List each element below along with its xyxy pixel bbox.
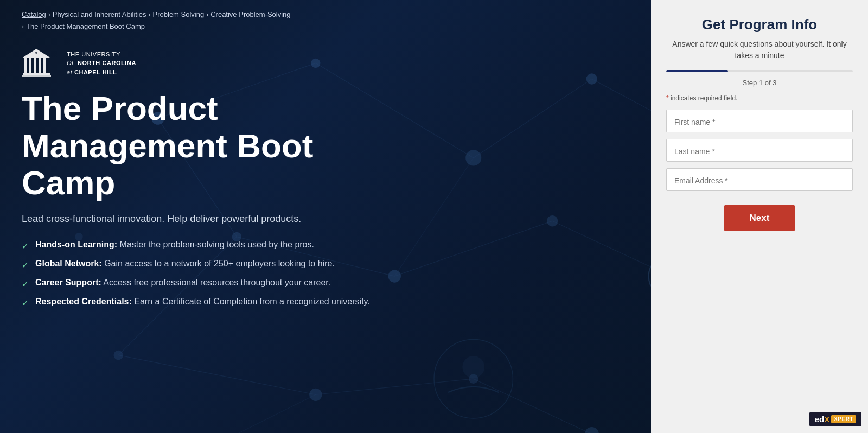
edx-badge: edX XPERT — [809, 412, 861, 426]
university-logo: THE UNIVERSITY of NORTH CAROLINA at CHAP… — [22, 47, 629, 79]
required-note-text: indicates required field. — [671, 94, 737, 102]
page-title: The Product Management Boot Camp — [22, 90, 391, 201]
feature-list: ✓ Hands-on Learning: Master the problem-… — [22, 240, 629, 308]
edx-x: X — [824, 415, 829, 424]
logo-divider — [59, 49, 59, 77]
svg-rect-47 — [34, 58, 36, 73]
step-label: Step 1 of 3 — [666, 79, 853, 87]
check-icon-1: ✓ — [22, 241, 29, 251]
sep-1: › — [48, 10, 50, 20]
svg-rect-48 — [39, 58, 41, 73]
feature-credentials: ✓ Respected Credentials: Earn a Certific… — [22, 297, 629, 308]
university-building-icon — [22, 47, 51, 79]
svg-rect-46 — [29, 58, 31, 73]
left-content: Catalog › Physical and Inherent Abilitie… — [0, 0, 651, 433]
asterisk: * — [666, 94, 669, 102]
feature-text-1: Hands-on Learning: Master the problem-so… — [35, 240, 314, 250]
feature-text-2: Global Network: Gain access to a network… — [35, 259, 335, 269]
email-input[interactable] — [666, 168, 853, 191]
sep-3: › — [206, 10, 208, 20]
edx-logo-text: edX — [815, 415, 830, 424]
check-icon-4: ✓ — [22, 298, 29, 308]
xpert-label: XPERT — [831, 415, 856, 423]
breadcrumb-physical: Physical and Inherent Abilities — [53, 10, 146, 20]
sep-2: › — [149, 10, 151, 20]
breadcrumb: Catalog › Physical and Inherent Abilitie… — [22, 0, 629, 38]
first-name-input[interactable] — [666, 110, 853, 132]
breadcrumb-problem-solving: Problem Solving — [153, 10, 205, 20]
last-name-input[interactable] — [666, 139, 853, 162]
breadcrumb-bootcamp: The Product Management Boot Camp — [26, 22, 145, 31]
svg-rect-52 — [22, 75, 51, 77]
sep-4: › — [22, 22, 24, 31]
hero-subtitle: Lead cross-functional innovation. Help d… — [22, 213, 629, 225]
feature-text-3: Career Support: Access free professional… — [35, 278, 330, 288]
check-icon-2: ✓ — [22, 260, 29, 270]
feature-hands-on: ✓ Hands-on Learning: Master the problem-… — [22, 240, 629, 251]
feature-global-network: ✓ Global Network: Gain access to a netwo… — [22, 259, 629, 270]
progress-container — [666, 70, 853, 72]
svg-rect-51 — [23, 73, 50, 75]
check-icon-3: ✓ — [22, 279, 29, 289]
next-button[interactable]: Next — [724, 205, 795, 231]
progress-bar-background — [666, 70, 853, 72]
email-field — [666, 168, 853, 191]
svg-point-53 — [35, 52, 37, 54]
progress-bar-fill — [666, 70, 728, 72]
svg-rect-45 — [24, 58, 27, 73]
panel-subtitle: Answer a few quick questions about yours… — [666, 39, 853, 61]
program-info-panel: Get Program Info Answer a few quick ques… — [651, 0, 868, 433]
feature-text-4: Respected Credentials: Earn a Certificat… — [35, 297, 370, 307]
breadcrumb-creative: Creative Problem-Solving — [210, 10, 290, 20]
edx-ed: ed — [815, 415, 825, 424]
required-note: * indicates required field. — [666, 94, 853, 102]
panel-title: Get Program Info — [666, 16, 853, 33]
svg-rect-49 — [43, 58, 46, 73]
first-name-field — [666, 110, 853, 132]
feature-career-support: ✓ Career Support: Access free profession… — [22, 278, 629, 289]
last-name-field — [666, 139, 853, 162]
breadcrumb-catalog[interactable]: Catalog — [22, 10, 46, 20]
university-name: THE UNIVERSITY of NORTH CAROLINA at CHAP… — [67, 50, 136, 77]
